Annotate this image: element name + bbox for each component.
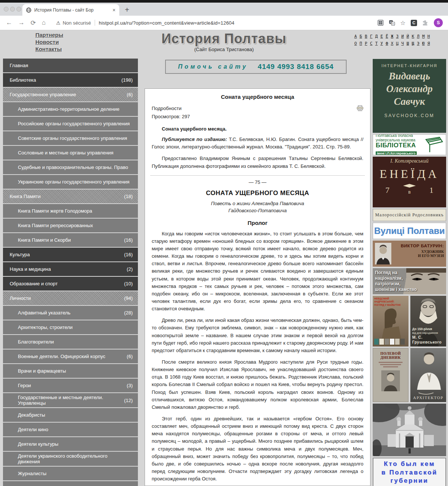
sidebar-item[interactable]: Искусствоведы xyxy=(3,481,138,486)
window-close-button[interactable] xyxy=(4,7,9,12)
article-details-link[interactable]: Подробности xyxy=(152,104,363,113)
sidebar-item[interactable]: Герои(3) xyxy=(3,379,138,392)
forward-icon[interactable]: → xyxy=(18,19,25,26)
back-icon[interactable]: ← xyxy=(6,19,12,26)
sidebar-item[interactable]: Государственное управление(6) xyxy=(3,88,138,101)
sidebar-item[interactable]: Деятели украинского освободительного дви… xyxy=(3,452,138,466)
alphabet-index: АБВГДЕЁЖЗИЙКЛМН ОПРСТУФХЦЧШЩЭЮЯ xyxy=(353,34,433,48)
alphabet-letter-Ш[interactable]: Ш xyxy=(405,41,410,46)
sidebar-item[interactable]: Книга Памяти и Скорби(16) xyxy=(3,233,138,247)
sidebar-item[interactable]: Личности(94) xyxy=(3,291,138,305)
alphabet-letter-О[interactable]: О xyxy=(353,41,358,46)
banner-pohliad[interactable]: Погляд на націоналізм, патріотизм, шовін… xyxy=(373,268,446,294)
sidebar-item[interactable]: Библиотека(198) xyxy=(3,73,138,87)
alphabet-letter-Ц[interactable]: Ц xyxy=(395,41,400,46)
alphabet-letter-М[interactable]: М xyxy=(421,34,426,39)
bookmark-star-icon[interactable]: ☆ xyxy=(400,19,406,26)
sidebar-item[interactable]: Врачи и фармацевты xyxy=(3,364,138,378)
alphabet-letter-Г[interactable]: Г xyxy=(369,34,374,39)
sidebar-item[interactable]: Сословные и местные органы управления xyxy=(3,146,138,160)
alphabet-letter-Ю[interactable]: Ю xyxy=(421,41,426,46)
alphabet-letter-Ё[interactable]: Ё xyxy=(384,34,389,39)
sidebar-item[interactable]: Книга Памяти репрессированных xyxy=(3,219,138,232)
alphabet-letter-З[interactable]: З xyxy=(395,34,400,39)
sidebar-item[interactable]: Журналисты xyxy=(3,467,138,480)
alphabet-letter-Д[interactable]: Д xyxy=(374,34,379,39)
window-minimize-button[interactable] xyxy=(10,7,15,12)
reload-icon[interactable]: ⟳ xyxy=(31,19,36,27)
banner-arkhitektor[interactable]: АРХІТЕКТОР xyxy=(410,348,446,402)
banner-rodoslovnik[interactable]: Малороссійскій Родословникъ xyxy=(373,209,446,221)
alphabet-letter-Р[interactable]: Р xyxy=(363,41,369,46)
window-zoom-button[interactable] xyxy=(16,7,21,12)
sidebar-item-label: Деятели культуры xyxy=(18,441,133,447)
alphabet-letter-Ч[interactable]: Ч xyxy=(400,41,405,46)
warning-icon[interactable]: ⚠ xyxy=(56,20,61,26)
sidebar-item[interactable]: Наука и медицина(2) xyxy=(3,262,138,276)
browser-tab[interactable]: История Полтавы - сайт Бор × xyxy=(22,4,119,16)
avatar[interactable]: S xyxy=(434,18,443,27)
alphabet-letter-К[interactable]: К xyxy=(410,34,416,39)
sidebar-item[interactable]: Деятели кино xyxy=(3,423,138,436)
alphabet-letter-У[interactable]: У xyxy=(379,41,384,46)
sidebar-item[interactable]: Судебные и правоохранительные органы. Пр… xyxy=(3,160,138,174)
banner-library[interactable]: Полтавська обласна універсальна наукова … xyxy=(373,134,446,155)
alphabet-letter-Н[interactable]: Н xyxy=(426,34,431,39)
alphabet-letter-Т[interactable]: Т xyxy=(374,41,379,46)
sidebar-item[interactable]: Книга Памяти(18) xyxy=(3,189,138,203)
sidebar-item[interactable]: Деятели культуры xyxy=(3,437,138,451)
alphabet-letter-Й[interactable]: Й xyxy=(405,34,410,39)
address-field[interactable]: ⚠ Non sécurisé histpol.pl.ua/ru/?option=… xyxy=(53,18,378,28)
banner-polevoy-dnevnik[interactable]: ПОЛЕВОЙ ДНЕВНИК xyxy=(373,348,408,402)
sidebar-item[interactable]: Государственные и местные деятели. Управ… xyxy=(3,393,138,407)
sidebar-item[interactable]: Книга Памяти жертв Голодомора xyxy=(3,204,138,218)
puzzle-extension-icon[interactable] xyxy=(422,20,429,26)
sidebar-item-label: Украинские органы государственного управ… xyxy=(18,179,133,185)
alphabet-letter-Э[interactable]: Э xyxy=(416,41,421,46)
donate-banner[interactable]: Помочь сайту 4149 4993 8418 6654 xyxy=(165,60,347,74)
sidebar-item[interactable]: Советские органы государственного управл… xyxy=(3,131,138,145)
banner-church-photo[interactable] xyxy=(373,404,446,456)
sidebar-item[interactable]: Военные деятели. Офицерский корпус(6) xyxy=(3,349,138,363)
sidebar-item[interactable]: Главная xyxy=(3,59,138,72)
alphabet-letter-Х[interactable]: Х xyxy=(389,41,395,46)
extension-c-icon[interactable]: C xyxy=(411,20,417,26)
kto-line-3: губернии xyxy=(390,477,428,485)
banner-andriievskyi[interactable]: НЕВІДОМИЙ АНДРІЄВСЬКИЙ: ПОГЛЯД У МАЙБУТН… xyxy=(373,296,408,347)
sidebar-item[interactable]: Декабристы xyxy=(3,408,138,422)
alphabet-letter-С[interactable]: С xyxy=(369,41,374,46)
banner-baturyn[interactable]: ВИКТОР БАТУРИН: ХУДОЖНИК И ЕГО МУЗЕИ xyxy=(373,241,446,267)
alphabet-letter-Ф[interactable]: Ф xyxy=(384,41,389,46)
sidebar-item[interactable]: Алфавитный указатель(28) xyxy=(3,306,138,320)
alphabet-letter-Б[interactable]: Б xyxy=(358,34,363,39)
banner-savchuk-bookstore[interactable]: ІНТЕРНЕТ-КНИГАРНЯ Видавець Олександр Сав… xyxy=(373,59,446,133)
sidebar-item[interactable]: Образование и спорт(10) xyxy=(3,277,138,291)
sidebar-item[interactable]: Культура(16) xyxy=(3,248,138,261)
banner-vulytsi-poltavy[interactable]: Вулиці Полтави xyxy=(373,223,446,239)
alphabet-letter-В[interactable]: В xyxy=(363,34,369,39)
tab-close-icon[interactable]: × xyxy=(113,7,116,13)
translate-icon[interactable]: Aя xyxy=(389,20,395,26)
alphabet-letter-И[interactable]: И xyxy=(400,34,405,39)
sidebar-item[interactable]: Украинские органы государственного управ… xyxy=(3,175,138,189)
alphabet-letter-Ж[interactable]: Ж xyxy=(389,34,395,39)
sidebar-item[interactable]: Российские органы государственного управ… xyxy=(3,117,138,131)
sidebar-item[interactable]: Архитекторы, строители xyxy=(3,320,138,334)
banner-kto-byl-kem[interactable]: Кто был кем в Полтавской губернии xyxy=(373,458,446,486)
alphabet-letter-Е[interactable]: Е xyxy=(379,34,384,39)
url-text[interactable]: histpol.pl.ua/ru/?option=com_content&vie… xyxy=(99,20,234,26)
home-icon[interactable]: ⌂ xyxy=(42,19,45,26)
sidebar-item[interactable]: Административно-территориальное деление xyxy=(3,102,138,116)
alphabet-letter-П[interactable]: П xyxy=(358,41,363,46)
alphabet-letter-А[interactable]: А xyxy=(353,34,358,39)
new-tab-button[interactable]: + xyxy=(125,6,129,13)
banner-hrushevskyi[interactable]: До 150-річчя від дня народження М. С. Гр… xyxy=(410,296,446,347)
apps-grid-icon[interactable] xyxy=(378,20,384,26)
alphabet-letter-Щ[interactable]: Щ xyxy=(410,41,416,46)
print-icon[interactable] xyxy=(357,105,363,111)
sidebar-item[interactable]: Благотворители xyxy=(3,335,138,349)
alphabet-letter-Л[interactable]: Л xyxy=(416,34,421,39)
sidebar-item-label: Герои xyxy=(18,383,127,388)
banner-eneida[interactable]: І. Котляревський ЕНЕЇДА 7 в 1 xyxy=(373,157,446,207)
alphabet-letter-Я[interactable]: Я xyxy=(426,41,431,46)
